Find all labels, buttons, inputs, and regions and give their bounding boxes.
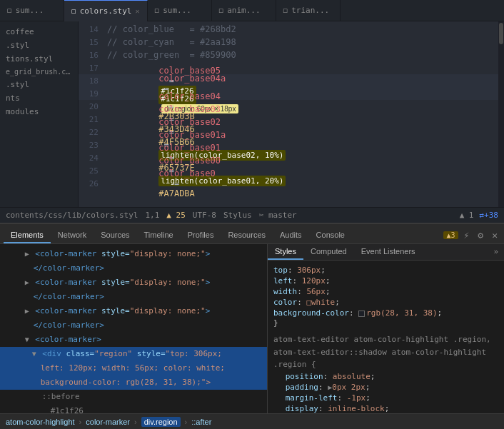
dom-line-7[interactable]: ▼ <color-marker> [0,333,267,347]
devtool-tab-resources[interactable]: Resources [221,228,273,243]
devtool-tab-sources[interactable]: Sources [94,228,136,243]
status-right: ▲ 1 ⇄+38 [460,211,498,220]
style-inline-bgcolor: background-color: rgb(28, 31, 38); [273,308,498,318]
devtools-tabs-bar: Elements Network Sources Timeline Profil… [0,224,504,244]
sidebar-item-tions[interactable]: tions.styl [0,52,78,66]
tab-label-trian: trian... [291,6,329,15]
line-num-14: 14 [84,25,99,34]
tab-icon-sum1: ◻ [7,6,12,15]
tab-close-colors[interactable]: ✕ [135,7,139,15]
tab-label-anim: anim... [227,6,260,15]
styles-panel: Styles Computed Event Listeners » top: 3… [268,244,504,413]
line-num-17: 17 [84,64,99,73]
dom-line-8b[interactable]: left: 120px; width: 56px; color: white; [0,361,267,375]
line-content-14: // color_blue = #268bd2 [107,24,498,34]
tab-sum1[interactable]: ◻ sum... [0,0,64,21]
devtools: Elements Network Sources Timeline Profil… [0,223,504,429]
code-editor[interactable]: 14 // color_blue = #268bd2 15 // color_c… [79,21,504,207]
status-syntax: Stylus [223,211,252,220]
devtool-tab-profiles[interactable]: Profiles [181,228,221,243]
sidebar-item-nts[interactable]: nts [0,91,78,105]
dom-arrow-1[interactable]: ▶ [25,250,29,258]
editor-area: coffee .styl tions.styl e_grid_brush.cof… [0,21,504,207]
sidebar-item-styl1[interactable]: .styl [0,39,78,52]
devtool-tab-console[interactable]: Console [309,228,352,243]
devtools-icons: ▲3 ⚡ ⚙ ✕ [443,228,500,243]
styles-tab-computed[interactable]: Computed [303,244,354,260]
devtool-tab-network[interactable]: Network [51,228,94,243]
style-inline-color: color: □white; [273,297,498,308]
dom-line-5[interactable]: ▶ <color-marker style="display: none;"> [0,304,267,318]
status-branch: ✂ master [259,211,297,220]
dom-line-4[interactable]: </color-marker> [0,290,267,304]
breadcrumb-after[interactable]: ::after [191,418,211,426]
dom-line-2[interactable]: </color-marker> [0,261,267,276]
devtools-execution-icon[interactable]: ⚡ [461,228,473,242]
breadcrumb-atom-color-highlight[interactable]: atom-color-highlight [6,418,75,426]
devtools-close-icon[interactable]: ✕ [489,228,500,242]
line-content-15: // color_cyan = #2aa198 [107,37,498,47]
styles-tab-events[interactable]: Event Listeners [354,244,423,260]
left-sidebar: coffee .styl tions.styl e_grid_brush.cof… [0,21,79,207]
sidebar-item-modules[interactable]: modules [0,105,78,118]
line-num-19: 19 [84,89,99,99]
line-num-25: 25 [84,166,99,176]
style-rule-display: display: inline-block; [273,403,498,413]
line-num-21: 21 [84,115,99,124]
styles-content: top: 306px; left: 120px; width: 56px; co… [268,261,504,413]
tab-trian[interactable]: ◻ trian... [276,0,341,21]
line-num-26: 26 [84,179,99,188]
code-lines: 14 // color_blue = #268bd2 15 // color_c… [79,21,504,191]
tab-icon-colors: ◻ [71,6,76,16]
dom-line-9[interactable]: ::before [0,390,267,404]
editor-scrollbar[interactable] [498,21,504,207]
rule-styles-block: atom-text-editor atom-color-highlight .r… [273,333,498,413]
code-line-14: 14 // color_blue = #268bd2 [79,23,504,36]
dom-line-1[interactable]: ▶ <color-marker style="display: none;"> [0,247,267,261]
status-path: contents/css/lib/colors.styl [6,211,138,220]
code-line-15: 15 // color_cyan = #2aa198 [79,36,504,49]
tab-label-sum2: sum... [163,6,191,15]
rule-selector: atom-text-editor atom-color-highlight .r… [273,333,498,371]
dom-line-8[interactable]: ▼ <div class="region" style="top: 306px; [0,347,267,361]
dom-arrow-8[interactable]: ▼ [32,350,36,358]
status-changes: ▲ 1 [460,211,474,220]
dom-arrow-7[interactable]: ▼ [25,335,29,343]
tabs-bar: ◻ sum... ◻ colors.styl ✕ ◻ sum... ◻ anim… [0,0,504,21]
tab-label-colors: colors.styl [80,6,132,16]
breadcrumb-color-marker[interactable]: color-marker [86,418,130,426]
dom-line-8c[interactable]: background-color: rgb(28, 31, 38);"> [0,375,267,390]
dom-arrow-5[interactable]: ▶ [25,307,29,315]
status-arrows[interactable]: ⇄+38 [480,211,499,220]
tab-anim[interactable]: ◻ anim... [212,0,276,21]
status-encoding: UTF-8 [193,211,216,220]
devtool-tab-audits[interactable]: Audits [273,228,309,243]
breadcrumb-div-region[interactable]: div.region [141,417,181,427]
tab-icon-trian: ◻ [283,6,288,15]
sidebar-item-styl2[interactable]: .styl [0,78,78,91]
dom-line-3[interactable]: ▶ <color-marker style="display: none;"> [0,276,267,290]
devtools-settings-icon[interactable]: ⚙ [475,228,486,242]
sidebar-item-coffee[interactable]: coffee [0,25,78,39]
line-num-15: 15 [84,38,99,47]
dom-line-6[interactable]: </color-marker> [0,318,267,333]
devtool-tab-elements[interactable]: Elements [4,228,51,243]
code-line-26: 26 color_base0 = #A7ADBA [79,177,504,190]
style-rule-marginleft: margin-left: -1px; [273,393,498,403]
dom-panel[interactable]: ▶ <color-marker style="display: none;"> … [0,244,268,413]
styles-tab-styles[interactable]: Styles [268,244,303,260]
tab-sum2[interactable]: ◻ sum... [148,0,212,21]
tab-colors[interactable]: ◻ colors.styl ✕ [64,0,148,21]
line-num-18: 18 [84,76,99,86]
styles-more[interactable]: » [488,244,504,260]
line-num-20: 20 [84,102,99,111]
devtool-tab-timeline[interactable]: Timeline [137,228,181,243]
line-num-23: 23 [84,141,99,150]
sidebar-item-grid[interactable]: e_grid_brush.coffee [0,66,78,78]
tab-icon-sum2: ◻ [155,6,160,15]
style-rule-padding: padding: ▶0px 2px; [273,382,498,393]
dom-arrow-3[interactable]: ▶ [25,278,29,286]
dom-line-10[interactable]: #1c1f26 [0,404,267,413]
style-inline-top: top: 306px; [273,265,498,276]
inline-styles-block: top: 306px; left: 120px; width: 56px; co… [273,265,498,328]
